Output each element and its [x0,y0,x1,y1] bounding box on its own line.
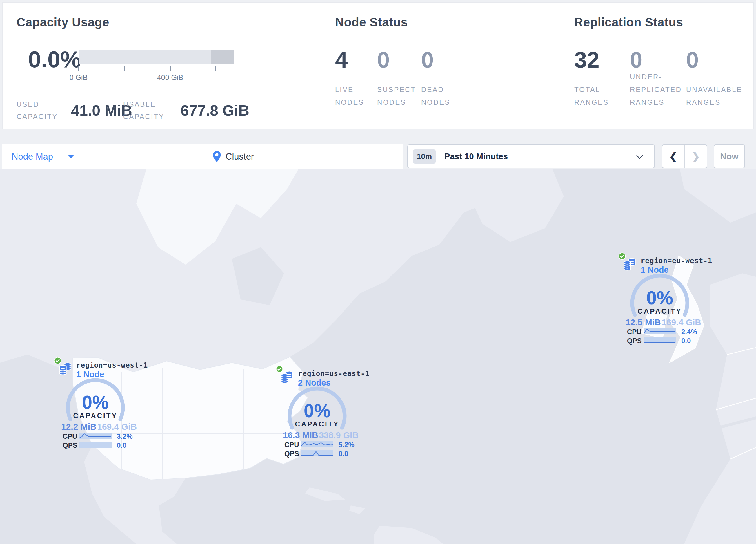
qps-row: QPS 0.0 [62,441,140,449]
database-stack-icon [281,371,294,384]
usable-capacity-value: 677.8 GiB [181,102,249,119]
total-capacity: 338.9 GiB [319,430,359,440]
capacity-percent: 0.0% [28,46,81,73]
capacity-percent: 0% [55,392,136,413]
qps-label: QPS [627,337,642,345]
cpu-label: CPU [284,441,299,449]
breadcrumb-label: Cluster [226,151,254,162]
map-pin-icon [212,150,221,163]
capacity-tick-label-0: 0 GiB [55,73,102,82]
capacity-tick [215,66,216,71]
qps-sparkline [301,450,333,456]
node-status-section: Node Status 4 0 0 LIVE NODES SUSPECT NOD… [335,3,538,129]
cpu-value: 2.4% [681,328,697,336]
unavailable-ranges-label: UNAVAILABLE RANGES [686,83,744,109]
usable-capacity-label: USABLE CAPACITY [123,98,170,123]
capacity-label: CAPACITY [277,421,358,428]
total-ranges-label: TOTAL RANGES [574,83,612,109]
live-nodes-count: 4 [335,47,348,73]
qps-label: QPS [63,441,77,449]
qps-sparkline [644,337,676,343]
chevron-down-icon [636,154,644,159]
region-label: region=us-west-1 [76,361,148,369]
database-stack-icon [623,257,637,271]
capacity-bar-other-segment [211,50,234,64]
view-selector-dropdown[interactable]: Node Map [12,144,74,169]
dead-nodes-label: DEAD NODES [421,83,456,109]
total-ranges-count: 32 [574,47,599,73]
cpu-sparkline [301,441,333,447]
replication-status-title: Replication Status [574,15,683,29]
time-range-label: Past 10 Minutes [444,152,508,161]
used-capacity: 16.3 MiB [283,430,318,440]
cpu-sparkline [79,433,112,439]
view-selector-label: Node Map [12,151,53,162]
region-label: region=us-east-1 [298,370,370,378]
time-range-dropdown[interactable]: 10m Past 10 Minutes [407,144,655,168]
capacity-usage-title: Capacity Usage [17,15,109,29]
locality-marker-us-east-1[interactable]: region=us-east-1 2 Nodes 0% CAPACITY 16.… [276,362,363,462]
cpu-label: CPU [63,432,77,440]
breadcrumb[interactable]: Cluster [212,144,254,169]
time-forward-button[interactable]: ❯ [685,145,707,168]
under-replicated-ranges-count: 0 [630,47,642,73]
locality-marker-us-west-1[interactable]: region=us-west-1 1 Node 0% CAPACITY 12.2… [54,353,141,454]
time-back-button[interactable]: ❮ [662,145,685,168]
suspect-nodes-label: SUSPECT NODES [377,83,416,109]
capacity-tick-label-400: 400 GiB [147,73,193,82]
capacity-percent: 0% [277,400,358,422]
used-capacity: 12.5 MiB [626,318,661,327]
capacity-bar [79,50,234,64]
time-range-badge: 10m [413,149,436,164]
cpu-value: 5.2% [339,441,355,449]
capacity-percent: 0% [619,287,700,309]
replication-status-section: Replication Status 32 0 0 TOTAL RANGES U… [574,3,754,129]
cpu-row: CPU 2.4% [626,328,705,336]
capacity-tick [78,66,79,71]
region-label: region=eu-west-1 [641,257,712,265]
capacity-tick [170,66,171,71]
qps-value: 0.0 [339,450,348,458]
qps-sparkline [79,442,112,448]
under-replicated-ranges-label: UNDER-REPLICATED RANGES [630,70,684,109]
qps-label: QPS [284,450,299,458]
database-stack-icon [59,362,72,376]
total-capacity: 169.4 GiB [97,422,137,432]
dead-nodes-count: 0 [421,47,434,73]
qps-row: QPS 0.0 [626,337,705,345]
qps-value: 0.0 [117,441,126,449]
cpu-row: CPU 5.2% [284,441,362,448]
capacity-label: CAPACITY [619,308,700,315]
cpu-label: CPU [627,328,642,336]
cpu-row: CPU 3.2% [62,432,140,440]
cpu-value: 3.2% [117,432,133,440]
total-capacity: 169.4 GiB [661,318,701,327]
time-pager: ❮ ❯ [662,144,707,168]
chevron-left-icon: ❮ [669,150,678,162]
unavailable-ranges-count: 0 [686,47,699,73]
capacity-label: CAPACITY [55,412,136,419]
capacity-tick [124,66,125,71]
capacity-usage-section: Capacity Usage 0.0% 0 GiB 400 GiB USED C… [17,3,306,129]
cpu-sparkline [644,328,676,334]
now-button-label: Now [720,151,738,161]
suspect-nodes-count: 0 [377,47,390,73]
used-capacity: 12.2 MiB [61,422,97,432]
qps-row: QPS 0.0 [284,450,362,457]
chevron-right-icon: ❯ [692,150,700,162]
qps-value: 0.0 [681,337,691,345]
node-status-title: Node Status [335,15,408,29]
used-capacity-label: USED CAPACITY [17,98,60,123]
locality-marker-eu-west-1[interactable]: region=eu-west-1 1 Node 0% CAPACITY 12.5… [618,249,705,349]
chevron-down-icon [68,155,74,159]
summary-panel: Capacity Usage 0.0% 0 GiB 400 GiB USED C… [2,2,754,129]
now-button[interactable]: Now [714,144,745,168]
live-nodes-label: LIVE NODES [335,83,370,109]
